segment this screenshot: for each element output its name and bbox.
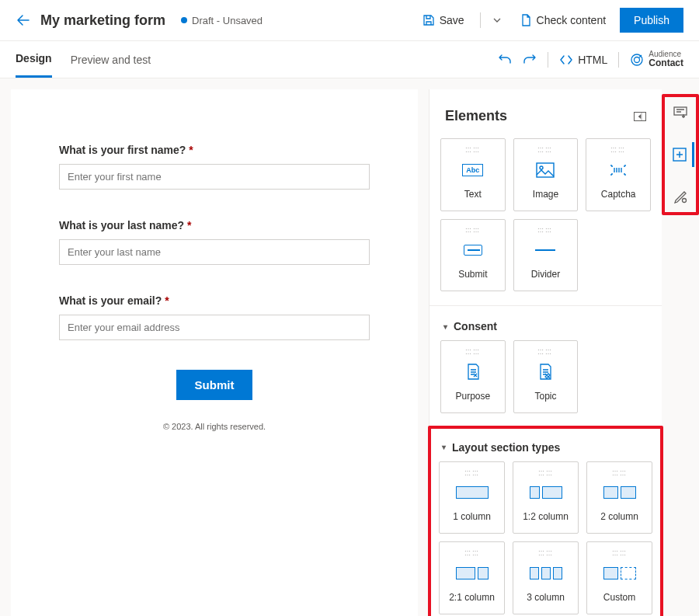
- grip-icon: ⋯⋯⋯⋯: [516, 470, 575, 478]
- layout-1-column[interactable]: ⋯⋯⋯⋯ 1 column: [439, 461, 505, 534]
- layout-3-column[interactable]: ⋯⋯⋯⋯ 3 column: [513, 541, 579, 614]
- required-indicator: *: [165, 294, 169, 307]
- grip-icon: ⋯⋯⋯⋯: [443, 470, 501, 478]
- section-layout-highlight: ▾ Layout section types ⋯⋯⋯⋯ 1 column ⋯⋯⋯…: [428, 426, 663, 616]
- section-consent: ▾ Consent ⋯⋯⋯⋯ Purpose ⋯⋯⋯⋯ Topic: [429, 305, 662, 427]
- chevron-down-icon: ▾: [443, 322, 447, 331]
- grip-icon: ⋯⋯⋯⋯: [444, 147, 502, 155]
- layout-1-2-column[interactable]: ⋯⋯⋯⋯ 1:2 column: [513, 461, 579, 534]
- layout-12col-icon: [530, 486, 562, 499]
- save-dropdown[interactable]: [489, 13, 506, 27]
- first-name-input[interactable]: [59, 164, 370, 190]
- email-input[interactable]: [59, 315, 370, 340]
- audience-selector[interactable]: Audience Contact: [630, 50, 683, 68]
- back-button[interactable]: [16, 12, 31, 28]
- chevron-down-icon: ▾: [442, 443, 446, 451]
- panel-title: Elements: [445, 108, 507, 124]
- element-text[interactable]: ⋯⋯⋯⋯ Abc Text: [440, 138, 506, 211]
- field-label: What is your last name?*: [59, 219, 370, 231]
- image-icon: [536, 162, 555, 178]
- form-wrapper: What is your first name?* What is your l…: [59, 144, 370, 431]
- text-icon: Abc: [462, 164, 483, 176]
- layout-custom[interactable]: ⋯⋯⋯⋯ Custom: [586, 541, 652, 614]
- element-captcha[interactable]: ⋯⋯⋯⋯ Captcha: [586, 138, 651, 211]
- divider-icon: [535, 249, 555, 251]
- toolbar-right: HTML Audience Contact: [498, 50, 683, 68]
- element-submit[interactable]: ⋯⋯⋯⋯ Submit: [440, 219, 506, 292]
- captcha-icon: [609, 162, 628, 178]
- layout-3col-icon: [530, 567, 562, 579]
- section-header-consent[interactable]: ▾ Consent: [440, 312, 651, 340]
- layout-2-1-column[interactable]: ⋯⋯⋯⋯ 2:1 column: [439, 541, 505, 614]
- toolbar: Design Preview and test HTML Audience Co…: [0, 41, 699, 78]
- rail-elements-button[interactable]: [666, 142, 694, 167]
- field-first-name: What is your first name?*: [59, 144, 370, 190]
- section-header-layout[interactable]: ▾ Layout section types: [439, 433, 652, 461]
- tab-design[interactable]: Design: [16, 41, 52, 78]
- draft-status: Draft - Unsaved: [181, 15, 263, 26]
- rail-highlight: [662, 94, 699, 215]
- svg-point-4: [540, 166, 543, 169]
- field-label: What is your email?*: [59, 294, 370, 307]
- svg-point-1: [635, 57, 640, 62]
- element-purpose[interactable]: ⋯⋯⋯⋯ Purpose: [440, 340, 506, 413]
- last-name-input[interactable]: [59, 239, 370, 265]
- audience-value: Contact: [649, 58, 683, 68]
- header-bar: My marketing form Draft - Unsaved Save C…: [0, 0, 699, 41]
- submit-wrap: Submit: [59, 370, 370, 400]
- grip-icon: ⋯⋯⋯⋯: [444, 228, 502, 235]
- save-icon: [423, 14, 435, 26]
- save-button[interactable]: Save: [415, 9, 472, 31]
- expand-panel-button[interactable]: [634, 112, 646, 121]
- header-actions: Save Check content Publish: [415, 8, 683, 33]
- grip-icon: ⋯⋯⋯⋯: [517, 228, 575, 235]
- html-button[interactable]: HTML: [559, 53, 607, 67]
- required-indicator: *: [189, 144, 193, 156]
- page-title: My marketing form: [40, 12, 165, 29]
- separator: [618, 52, 619, 68]
- element-topic[interactable]: ⋯⋯⋯⋯ Topic: [513, 340, 579, 413]
- check-content-button[interactable]: Check content: [512, 9, 614, 31]
- submit-icon: [464, 245, 482, 256]
- separator: [548, 52, 548, 68]
- grip-icon: ⋯⋯⋯⋯: [590, 550, 649, 558]
- panel-header: Elements: [429, 89, 662, 135]
- svg-rect-5: [674, 107, 687, 115]
- layout-custom-icon: [603, 567, 636, 579]
- status-dot-icon: [181, 17, 187, 23]
- side-area: Elements ⋯⋯⋯⋯ Abc Text ⋯⋯⋯⋯ Image: [429, 89, 699, 616]
- redo-button[interactable]: [523, 53, 537, 67]
- required-indicator: *: [187, 219, 191, 231]
- right-rail: [662, 89, 699, 215]
- tab-preview[interactable]: Preview and test: [71, 43, 151, 77]
- layout-2-column[interactable]: ⋯⋯⋯⋯ 2 column: [586, 461, 652, 534]
- separator: [480, 12, 481, 28]
- workspace: What is your first name?* What is your l…: [0, 78, 699, 616]
- layout-1col-icon: [456, 486, 489, 499]
- form-canvas[interactable]: What is your first name?* What is your l…: [11, 89, 418, 616]
- rail-fields-button[interactable]: [666, 100, 694, 125]
- grip-icon: ⋯⋯⋯⋯: [517, 349, 575, 357]
- field-last-name: What is your last name?*: [59, 219, 370, 265]
- purpose-icon: [465, 364, 481, 381]
- form-submit-button[interactable]: Submit: [176, 370, 253, 400]
- topic-icon: [537, 364, 553, 381]
- consent-grid: ⋯⋯⋯⋯ Purpose ⋯⋯⋯⋯ Topic: [440, 340, 651, 413]
- svg-point-7: [683, 199, 687, 203]
- layout-21col-icon: [456, 567, 489, 579]
- target-icon: [630, 53, 644, 67]
- layout-2col-icon: [603, 486, 636, 499]
- undo-button[interactable]: [498, 53, 512, 67]
- element-divider[interactable]: ⋯⋯⋯⋯ Divider: [513, 219, 579, 292]
- check-content-icon: [520, 14, 532, 26]
- layout-grid: ⋯⋯⋯⋯ 1 column ⋯⋯⋯⋯ 1:2 column ⋯⋯⋯⋯ 2 col…: [439, 461, 652, 614]
- grip-icon: ⋯⋯⋯⋯: [444, 349, 502, 357]
- section-basic-elements: ⋯⋯⋯⋯ Abc Text ⋯⋯⋯⋯ Image ⋯⋯⋯⋯ Captcha: [429, 135, 662, 305]
- publish-button[interactable]: Publish: [620, 8, 683, 33]
- element-image[interactable]: ⋯⋯⋯⋯ Image: [513, 138, 579, 211]
- grip-icon: ⋯⋯⋯⋯: [443, 550, 501, 558]
- rail-settings-button[interactable]: [666, 184, 694, 209]
- status-text: Draft - Unsaved: [192, 15, 263, 26]
- elements-grid: ⋯⋯⋯⋯ Abc Text ⋯⋯⋯⋯ Image ⋯⋯⋯⋯ Captcha: [440, 138, 651, 291]
- grip-icon: ⋯⋯⋯⋯: [516, 550, 575, 558]
